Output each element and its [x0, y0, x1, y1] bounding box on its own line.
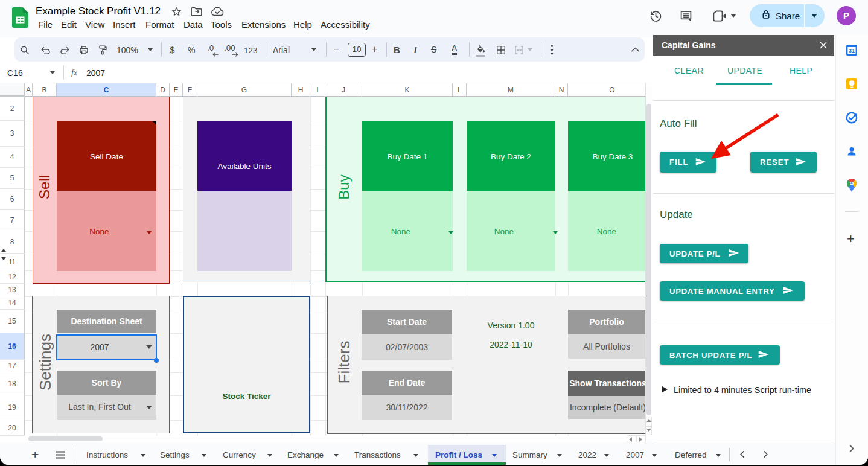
- svg-text:31: 31: [849, 48, 855, 54]
